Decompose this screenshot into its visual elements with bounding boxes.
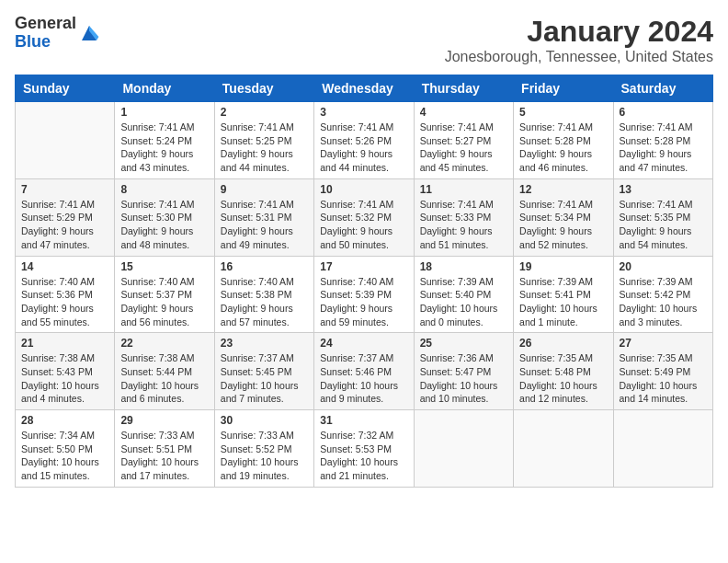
calendar-day-cell: 7Sunrise: 7:41 AMSunset: 5:29 PMDaylight…: [16, 178, 115, 256]
day-number: 1: [120, 106, 208, 119]
day-number: 21: [21, 337, 108, 350]
day-info: Sunrise: 7:41 AMSunset: 5:35 PMDaylight:…: [620, 198, 707, 252]
day-number: 22: [120, 337, 208, 350]
weekday-header-cell: Monday: [115, 75, 214, 102]
calendar-week-row: 21Sunrise: 7:38 AMSunset: 5:43 PMDayligh…: [16, 333, 713, 410]
calendar-day-cell: 11Sunrise: 7:41 AMSunset: 5:33 PMDayligh…: [414, 178, 513, 256]
calendar-day-cell: 26Sunrise: 7:35 AMSunset: 5:48 PMDayligh…: [514, 333, 613, 410]
calendar-day-cell: 6Sunrise: 7:41 AMSunset: 5:28 PMDaylight…: [613, 102, 712, 179]
day-number: 5: [519, 106, 607, 119]
day-number: 6: [620, 106, 707, 119]
calendar-day-cell: 16Sunrise: 7:40 AMSunset: 5:38 PMDayligh…: [214, 256, 313, 333]
calendar-day-cell: 23Sunrise: 7:37 AMSunset: 5:45 PMDayligh…: [214, 333, 313, 410]
calendar-day-cell: 29Sunrise: 7:33 AMSunset: 5:51 PMDayligh…: [115, 410, 214, 488]
day-number: 8: [120, 183, 208, 196]
day-number: 31: [320, 414, 407, 427]
day-number: 4: [420, 106, 507, 119]
calendar-day-cell: 28Sunrise: 7:34 AMSunset: 5:50 PMDayligh…: [16, 410, 115, 488]
day-info: Sunrise: 7:39 AMSunset: 5:42 PMDaylight:…: [620, 275, 707, 329]
day-number: 26: [519, 337, 607, 350]
day-number: 11: [420, 183, 507, 196]
calendar-day-cell: 1Sunrise: 7:41 AMSunset: 5:24 PMDaylight…: [115, 102, 214, 179]
calendar-day-cell: 25Sunrise: 7:36 AMSunset: 5:47 PMDayligh…: [414, 333, 513, 410]
day-number: 20: [620, 260, 707, 273]
day-info: Sunrise: 7:41 AMSunset: 5:33 PMDaylight:…: [420, 198, 507, 252]
day-info: Sunrise: 7:36 AMSunset: 5:47 PMDaylight:…: [420, 351, 507, 406]
calendar-day-cell: 5Sunrise: 7:41 AMSunset: 5:28 PMDaylight…: [514, 102, 613, 179]
calendar-day-cell: [613, 410, 712, 488]
day-number: 28: [21, 414, 108, 427]
calendar-week-row: 14Sunrise: 7:40 AMSunset: 5:36 PMDayligh…: [16, 256, 713, 333]
logo-blue-text: Blue: [15, 33, 76, 52]
day-number: 30: [221, 414, 308, 427]
calendar-day-cell: 30Sunrise: 7:33 AMSunset: 5:52 PMDayligh…: [214, 410, 313, 488]
calendar-day-cell: [16, 102, 115, 179]
calendar-day-cell: 20Sunrise: 7:39 AMSunset: 5:42 PMDayligh…: [613, 256, 712, 333]
day-number: 2: [221, 106, 308, 119]
day-number: 3: [320, 106, 407, 119]
weekday-header-cell: Friday: [514, 75, 613, 102]
calendar-day-cell: 18Sunrise: 7:39 AMSunset: 5:40 PMDayligh…: [414, 256, 513, 333]
day-number: 12: [519, 183, 607, 196]
day-info: Sunrise: 7:41 AMSunset: 5:32 PMDaylight:…: [320, 198, 407, 252]
day-info: Sunrise: 7:41 AMSunset: 5:28 PMDaylight:…: [519, 121, 607, 175]
calendar-day-cell: 12Sunrise: 7:41 AMSunset: 5:34 PMDayligh…: [514, 178, 613, 256]
calendar-day-cell: 13Sunrise: 7:41 AMSunset: 5:35 PMDayligh…: [613, 178, 712, 256]
day-info: Sunrise: 7:37 AMSunset: 5:46 PMDaylight:…: [320, 351, 407, 406]
calendar-day-cell: [514, 410, 613, 488]
day-info: Sunrise: 7:41 AMSunset: 5:25 PMDaylight:…: [221, 121, 308, 175]
day-info: Sunrise: 7:41 AMSunset: 5:26 PMDaylight:…: [320, 121, 407, 175]
calendar-table: SundayMondayTuesdayWednesdayThursdayFrid…: [15, 75, 713, 488]
day-number: 18: [420, 260, 507, 273]
day-number: 19: [519, 260, 607, 273]
day-info: Sunrise: 7:41 AMSunset: 5:34 PMDaylight:…: [519, 198, 607, 252]
calendar-day-cell: 3Sunrise: 7:41 AMSunset: 5:26 PMDaylight…: [314, 102, 414, 179]
day-info: Sunrise: 7:33 AMSunset: 5:51 PMDaylight:…: [120, 429, 208, 483]
day-number: 9: [221, 183, 308, 196]
calendar-day-cell: 14Sunrise: 7:40 AMSunset: 5:36 PMDayligh…: [16, 256, 115, 333]
calendar-day-cell: 17Sunrise: 7:40 AMSunset: 5:39 PMDayligh…: [314, 256, 414, 333]
calendar-day-cell: 24Sunrise: 7:37 AMSunset: 5:46 PMDayligh…: [314, 333, 414, 410]
day-number: 24: [320, 337, 407, 350]
day-info: Sunrise: 7:34 AMSunset: 5:50 PMDaylight:…: [21, 429, 108, 483]
day-number: 14: [21, 260, 108, 273]
day-info: Sunrise: 7:41 AMSunset: 5:28 PMDaylight:…: [620, 121, 707, 175]
day-info: Sunrise: 7:40 AMSunset: 5:37 PMDaylight:…: [120, 275, 208, 329]
calendar-week-row: 28Sunrise: 7:34 AMSunset: 5:50 PMDayligh…: [16, 410, 713, 488]
day-info: Sunrise: 7:41 AMSunset: 5:30 PMDaylight:…: [120, 198, 208, 252]
day-number: 27: [620, 337, 707, 350]
weekday-header-cell: Saturday: [613, 75, 712, 102]
weekday-header-row: SundayMondayTuesdayWednesdayThursdayFrid…: [16, 75, 713, 102]
location-title: Jonesborough, Tennessee, United States: [445, 49, 713, 65]
calendar-body: 1Sunrise: 7:41 AMSunset: 5:24 PMDaylight…: [16, 102, 713, 488]
day-number: 17: [320, 260, 407, 273]
calendar-day-cell: 27Sunrise: 7:35 AMSunset: 5:49 PMDayligh…: [613, 333, 712, 410]
day-info: Sunrise: 7:38 AMSunset: 5:43 PMDaylight:…: [21, 351, 108, 406]
day-number: 10: [320, 183, 407, 196]
calendar-day-cell: 15Sunrise: 7:40 AMSunset: 5:37 PMDayligh…: [115, 256, 214, 333]
header: General Blue January 2024 Jonesborough, …: [15, 15, 713, 65]
day-number: 13: [620, 183, 707, 196]
weekday-header-cell: Thursday: [414, 75, 513, 102]
day-info: Sunrise: 7:35 AMSunset: 5:49 PMDaylight:…: [620, 351, 707, 406]
calendar-day-cell: 2Sunrise: 7:41 AMSunset: 5:25 PMDaylight…: [214, 102, 313, 179]
day-number: 7: [21, 183, 108, 196]
day-info: Sunrise: 7:40 AMSunset: 5:39 PMDaylight:…: [320, 275, 407, 329]
day-info: Sunrise: 7:41 AMSunset: 5:27 PMDaylight:…: [420, 121, 507, 175]
calendar-day-cell: 22Sunrise: 7:38 AMSunset: 5:44 PMDayligh…: [115, 333, 214, 410]
calendar-week-row: 7Sunrise: 7:41 AMSunset: 5:29 PMDaylight…: [16, 178, 713, 256]
weekday-header-cell: Tuesday: [214, 75, 313, 102]
day-info: Sunrise: 7:32 AMSunset: 5:53 PMDaylight:…: [320, 429, 407, 483]
day-info: Sunrise: 7:41 AMSunset: 5:24 PMDaylight:…: [120, 121, 208, 175]
calendar-day-cell: 4Sunrise: 7:41 AMSunset: 5:27 PMDaylight…: [414, 102, 513, 179]
day-info: Sunrise: 7:33 AMSunset: 5:52 PMDaylight:…: [221, 429, 308, 483]
day-info: Sunrise: 7:40 AMSunset: 5:38 PMDaylight:…: [221, 275, 308, 329]
calendar-day-cell: 21Sunrise: 7:38 AMSunset: 5:43 PMDayligh…: [16, 333, 115, 410]
day-info: Sunrise: 7:39 AMSunset: 5:40 PMDaylight:…: [420, 275, 507, 329]
calendar-week-row: 1Sunrise: 7:41 AMSunset: 5:24 PMDaylight…: [16, 102, 713, 179]
logo-general-text: General: [15, 15, 76, 33]
calendar-day-cell: 9Sunrise: 7:41 AMSunset: 5:31 PMDaylight…: [214, 178, 313, 256]
day-number: 15: [120, 260, 208, 273]
calendar-day-cell: [414, 410, 513, 488]
month-title: January 2024: [445, 15, 713, 49]
